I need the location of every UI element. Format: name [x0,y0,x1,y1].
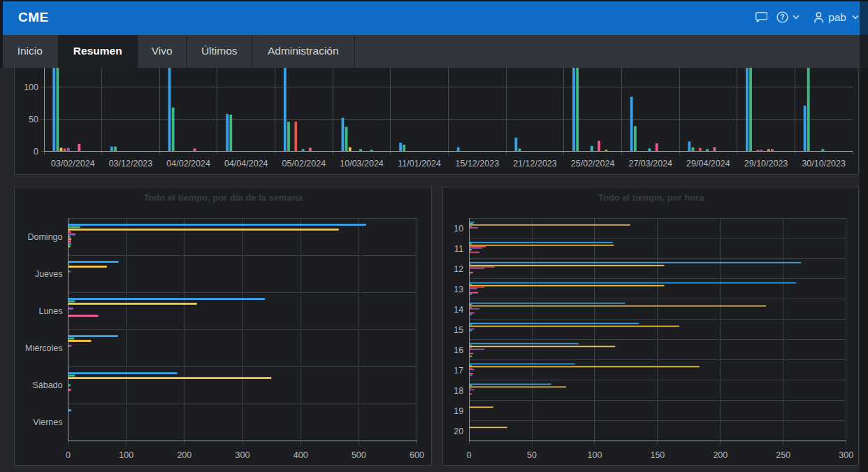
bar-pink [469,292,478,294]
tab-vivo[interactable]: Vivo [138,35,186,68]
bar-purple [68,308,73,310]
bar-purple [469,369,474,371]
bar-red [469,266,494,268]
bar-green [287,122,290,151]
bar-teal [68,384,70,386]
bar-green [469,264,470,265]
username-label[interactable]: pab [828,11,846,24]
bar-teal [649,148,651,151]
bar-blue [469,384,551,385]
bar-cyan [68,243,71,245]
bar-green [68,301,75,303]
x-axis-tick-label: 200 [713,450,728,460]
help-chevron-down-icon[interactable] [793,15,800,20]
bar-yellow [469,224,630,226]
x-axis-tick-label: 05/02/2024 [282,159,326,169]
bar-yellow [469,346,615,348]
x-axis-tick-label: 500 [352,450,366,460]
bar-green [469,304,472,306]
window-edge-top [0,0,868,1]
bar-yellow [469,306,765,307]
bar-blue [572,68,575,151]
bar-yellow [60,148,63,151]
tab-resumen[interactable]: Resumen [59,35,138,68]
bar-green [749,68,752,151]
x-axis-tick-label: 250 [776,450,790,460]
bar-yellow [68,340,91,342]
page-scrollbar[interactable] [860,0,868,472]
y-axis-tick-label: Jueves [35,269,63,279]
y-axis-tick-label: 20 [454,427,463,436]
bar-pink [68,389,71,391]
x-axis-tick-label: 300 [236,450,250,460]
help-icon[interactable]: ? [776,11,788,23]
bar-purple [469,349,484,350]
x-axis-tick-label: 03/12/2023 [109,159,153,169]
tab-administracio-n[interactable]: Administración [253,35,354,68]
chart-title: Todo el tiempo, por día de la semana [144,192,303,203]
bar-yellow [469,265,664,266]
chart-card-by-date: 05010003/02/202403/12/202304/02/202404/0… [14,68,859,175]
bar-yellow [68,229,339,231]
tab-u-ltimos[interactable]: Últimos [187,35,252,68]
bar-orange [469,250,470,252]
bar-red [469,388,470,389]
x-axis-tick-label: 27/03/2024 [628,159,672,169]
bar-yellow [469,406,493,408]
bar-blue [469,222,474,223]
bar-pink [194,148,196,151]
x-axis-tick-label: 200 [177,450,191,460]
bar-green [469,243,472,245]
user-chevron-down-icon[interactable] [852,15,859,20]
bar-red [469,287,484,288]
x-axis-tick-label: 25/02/2024 [571,159,615,169]
y-axis-tick-label: 16 [454,345,463,355]
bar-blue [68,409,71,411]
brand-logo[interactable]: CME [18,0,49,35]
app-root: CME ? [0,0,868,472]
bar-purple [68,234,75,236]
bar-blue [399,143,402,151]
tab-inicio[interactable]: Inicio [3,35,57,68]
by-date-chart-canvas: 05010003/02/202403/12/202304/02/202404/0… [15,68,858,174]
chat-icon[interactable] [755,12,767,22]
top-navbar: CME ? [0,0,868,35]
bar-purple [469,389,474,391]
bar-pink [469,272,472,273]
bar-blue [110,147,113,151]
bar-red [469,226,472,227]
bar-blue [284,68,287,151]
y-axis-tick-label: 50 [29,115,38,124]
bar-purple [469,268,484,269]
bar-orange [68,238,71,241]
bar-green [634,126,637,151]
bar-cyan [469,314,472,315]
bar-green [114,147,117,151]
user-icon[interactable] [814,12,823,23]
y-axis-tick-label: 15 [454,325,463,335]
bar-red [68,231,71,233]
bar-blue [168,68,171,151]
bar-blue [469,242,612,243]
chart-card-by-weekday: Todo el tiempo, por día de la semana0100… [14,187,432,466]
bar-green [68,338,74,340]
bar-blue [226,114,229,151]
y-axis-tick-label: 17 [454,366,463,376]
bar-yellow [469,326,679,327]
bar-blue [469,323,639,324]
bar-blue [688,141,690,151]
bar-green [345,127,348,151]
bar-blue [746,68,748,151]
bar-cyan [469,375,472,376]
bar-blue [804,106,806,151]
bar-red [469,368,472,369]
bar-pink [469,313,474,314]
bar-green [469,324,472,326]
x-axis-tick-label: 300 [839,450,853,460]
bar-blue [68,224,366,226]
bar-green [807,68,810,151]
bar-pink [68,315,98,317]
bar-purple [469,248,482,249]
tab-separator [354,35,355,68]
bar-blue [68,335,118,337]
